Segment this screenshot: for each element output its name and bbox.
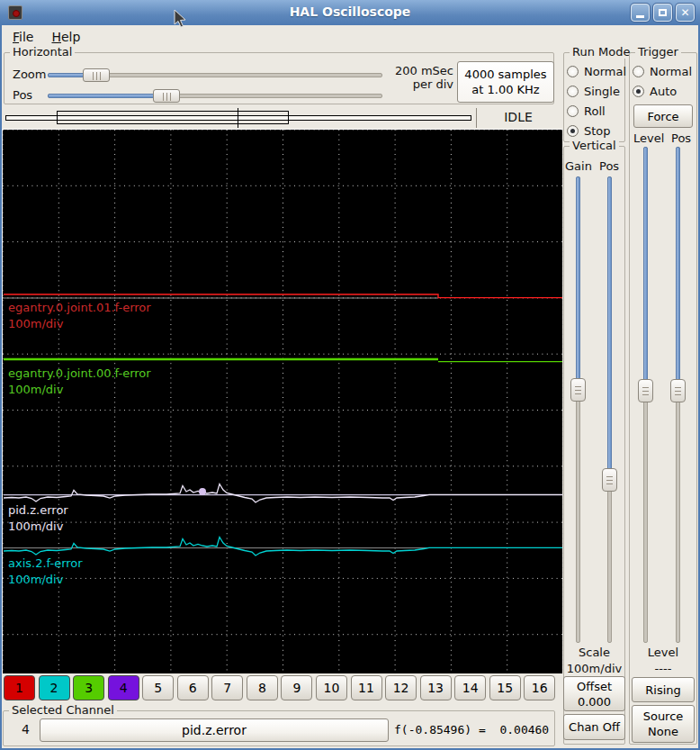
trigger-pos-slider[interactable] [670,147,686,643]
channel-1-button[interactable]: 1 [4,675,35,700]
vertical-pos-slider[interactable] [602,176,617,643]
scope-display[interactable]: egantry.0.joint.01.f-error100m/divegantr… [2,129,562,673]
zoom-slider[interactable] [48,68,382,82]
channel-7-button[interactable]: 7 [211,675,243,700]
radio-label: Stop [584,124,611,138]
slider-handle[interactable] [638,379,653,402]
slider-handle[interactable] [570,378,586,402]
window-title: HAL Oscilloscope [0,5,700,19]
radio-icon [567,125,579,137]
time-per-div-label: 200 mSecper div [385,64,453,91]
channel-5-button[interactable]: 5 [142,675,174,700]
scale-value: 100m/div [563,662,625,675]
separator [476,108,477,128]
close-button[interactable]: ✕ [676,4,695,22]
vertical-legend: Vertical [570,139,619,152]
radio-label: Auto [650,85,677,98]
slider-handle[interactable] [153,89,180,103]
channel-name-text: pid.z.error [182,723,247,737]
status-text: IDLE [480,110,556,124]
radio-normal[interactable]: Normal [633,61,692,81]
function-readout: f(-0.85496) = 0.00460 [394,723,549,736]
level-value: ---- [629,662,697,675]
horizontal-legend: Horizontal [10,45,75,59]
trace-label-1: egantry.0.joint.01.f-error100m/div [8,300,151,332]
radio-label: Roll [584,104,606,118]
selected-sample-marker [199,488,206,495]
trigger-position-marker [238,108,238,128]
radio-stop[interactable]: Stop [567,121,626,140]
level-slider[interactable] [638,147,653,643]
menu-file[interactable]: File [13,30,33,44]
minimize-icon [636,15,644,18]
window-controls: ✕ [631,4,695,22]
radio-auto[interactable]: Auto [633,81,692,101]
channel-11-button[interactable]: 11 [351,675,382,700]
channel-6-button[interactable]: 6 [177,675,209,700]
hal-oscilloscope-window: HAL Oscilloscope ✕ FileHelp Horizontal Z… [0,0,700,750]
channel-13-button[interactable]: 13 [420,675,452,700]
channel-8-button[interactable]: 8 [247,675,278,700]
channel-4-button[interactable]: 4 [108,675,139,700]
minimize-button[interactable] [631,4,650,22]
radio-label: Normal [650,65,692,78]
radio-icon [633,86,644,97]
vertical-pos-label: Pos [599,159,619,173]
run-mode-radios: NormalSingleRollStop [567,61,626,140]
force-button[interactable]: Force [633,104,693,128]
channel-16-button[interactable]: 16 [524,675,555,700]
chan-off-button[interactable]: Chan Off [563,714,625,740]
slider-handle[interactable] [83,68,110,82]
selected-channel-legend: Selected Channel [9,703,117,717]
record-view [4,108,473,128]
source-button[interactable]: SourceNone [632,705,695,743]
gain-slider[interactable] [570,176,586,643]
radio-single[interactable]: Single [567,81,626,101]
channel-10-button[interactable]: 10 [316,675,347,700]
radio-normal[interactable]: Normal [567,61,626,81]
radio-label: Single [584,85,620,98]
radio-icon [567,86,579,97]
zoom-label: Zoom [13,68,46,81]
channel-buttons: 12345678910111213141516 [4,675,561,700]
titlebar[interactable]: HAL Oscilloscope ✕ [0,0,700,25]
trigger-pos-label: Pos [671,131,691,145]
maximize-icon [659,9,667,16]
trigger-radios: NormalAuto [633,61,692,101]
radio-label: Normal [584,65,626,78]
selected-channel-number: 4 [22,722,30,736]
pos-label: Pos [13,88,32,102]
channel-3-button[interactable]: 3 [73,675,104,700]
run-mode-legend: Run Mode [570,45,633,59]
trigger-legend: Trigger [635,45,681,59]
level-label: Level [633,131,664,145]
maximize-button[interactable] [653,4,672,22]
channel-12-button[interactable]: 12 [385,675,417,700]
radio-icon [567,66,579,77]
channel-14-button[interactable]: 14 [454,675,486,700]
trace-label-3: pid.z.error100m/div [8,502,68,535]
slider-handle[interactable] [602,468,617,492]
scope-svg [3,130,563,674]
menu-help[interactable]: Help [51,30,80,44]
offset-button[interactable]: Offset0.000 [563,676,625,711]
channel-2-button[interactable]: 2 [39,675,70,700]
record-window [57,111,289,124]
rising-button[interactable]: Rising [632,677,695,702]
slider-handle[interactable] [670,379,686,402]
level-caption: Level [629,646,697,659]
trace-ch1-trace [4,294,562,298]
radio-icon [633,66,644,77]
trace-label-2: egantry.0.joint.00.f-error100m/div [8,366,151,398]
channel-9-button[interactable]: 9 [281,675,312,700]
radio-roll[interactable]: Roll [567,101,626,121]
radio-icon [567,105,579,117]
close-icon: ✕ [680,7,689,18]
trace-label-4: axis.2.f-error100m/div [8,556,83,588]
samples-button[interactable]: 4000 samplesat 1.00 KHz [457,61,554,103]
gain-label: Gain [565,159,592,173]
horizontal-pos-slider[interactable] [48,89,382,103]
channel-15-button[interactable]: 15 [489,675,521,700]
scale-label: Scale [563,646,625,659]
channel-name-field[interactable]: pid.z.error [40,718,389,742]
